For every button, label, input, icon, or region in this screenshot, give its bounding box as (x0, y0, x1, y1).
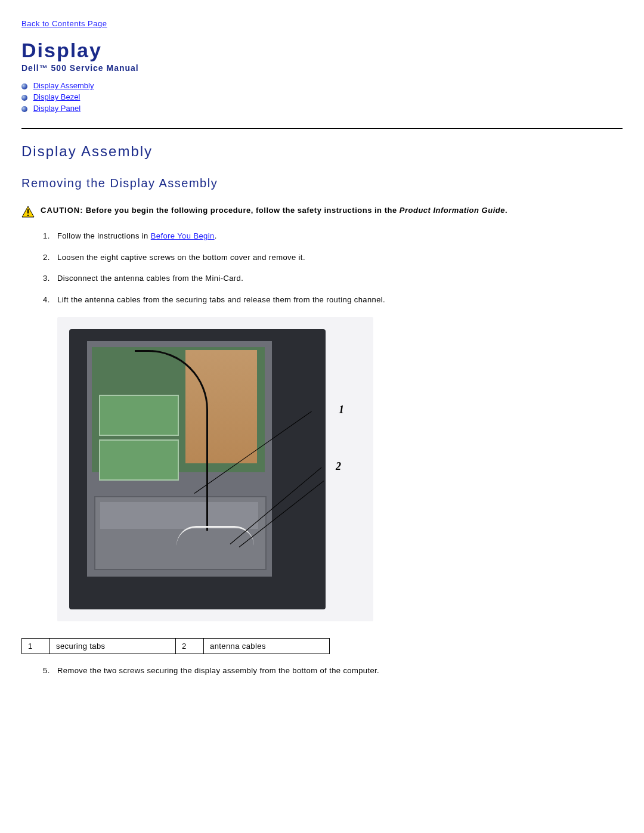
back-to-contents-link[interactable]: Back to Contents Page (21, 19, 107, 28)
callout-num-cell: 1 (22, 639, 50, 654)
caution-block: CAUTION: Before you begin the following … (21, 205, 623, 219)
caution-text: CAUTION: Before you begin the following … (41, 205, 507, 216)
section-nav: Display Assembly Display Bezel Display P… (21, 81, 623, 113)
caution-body-pre: Before you begin the following procedure… (86, 206, 400, 215)
nav-item: Display Bezel (21, 92, 623, 101)
caution-body-post: . (505, 206, 507, 215)
nav-item: Display Panel (21, 104, 623, 113)
callout-label-cell: securing tabs (50, 639, 176, 654)
caution-italic: Product Information Guide (400, 206, 505, 215)
callout-label-cell: antenna cables (204, 639, 330, 654)
caution-icon (21, 206, 35, 219)
step-3: Disconnect the antenna cables from the M… (57, 272, 623, 284)
caution-label: CAUTION: (41, 206, 83, 215)
nav-link-display-panel[interactable]: Display Panel (33, 104, 81, 113)
bullet-icon (21, 83, 27, 89)
step-text-pre: Follow the instructions in (57, 231, 151, 240)
section-heading: Display Assembly (21, 143, 623, 160)
step-text-post: . (215, 231, 217, 240)
page-title: Display (21, 39, 623, 62)
callout-2: 2 (336, 460, 341, 473)
bullet-icon (21, 95, 27, 101)
table-row: 1 securing tabs 2 antenna cables (22, 639, 330, 654)
manual-subtitle: Dell™ 500 Service Manual (21, 63, 623, 73)
procedure-steps-continued: Remove the two screws securing the displ… (21, 665, 623, 677)
figure-container: 1 2 (57, 317, 623, 621)
svg-rect-1 (27, 209, 29, 213)
bullet-icon (21, 106, 27, 112)
before-you-begin-link[interactable]: Before You Begin (151, 231, 215, 240)
divider (21, 128, 623, 129)
step-4: Lift the antenna cables from the securin… (57, 294, 623, 306)
step-1: Follow the instructions in Before You Be… (57, 230, 623, 242)
callout-1: 1 (339, 404, 344, 416)
subsection-heading: Removing the Display Assembly (21, 176, 623, 190)
step-5: Remove the two screws securing the displ… (57, 665, 623, 677)
svg-rect-2 (27, 215, 29, 216)
nav-link-display-assembly[interactable]: Display Assembly (33, 81, 94, 90)
procedure-steps: Follow the instructions in Before You Be… (21, 230, 623, 305)
step-2: Loosen the eight captive screws on the b… (57, 252, 623, 264)
figure-image: 1 2 (57, 317, 373, 621)
callout-table: 1 securing tabs 2 antenna cables (21, 638, 330, 654)
callout-num-cell: 2 (176, 639, 204, 654)
nav-link-display-bezel[interactable]: Display Bezel (33, 92, 80, 101)
nav-item: Display Assembly (21, 81, 623, 90)
